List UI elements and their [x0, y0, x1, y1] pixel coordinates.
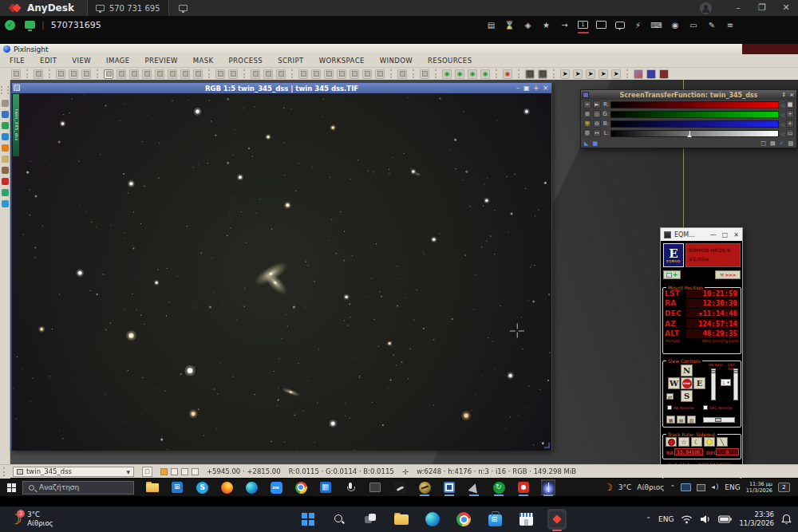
snap-grid-icon[interactable] — [397, 69, 407, 79]
zoom-11-icon[interactable]: ◎ — [593, 110, 601, 118]
start-icon[interactable] — [298, 509, 318, 530]
menu-resources[interactable]: RESOURCES — [428, 57, 472, 65]
slew-stop-button[interactable]: STOP — [681, 377, 693, 389]
reset-range-icon[interactable]: ↔ — [593, 129, 601, 137]
bird-app-icon[interactable] — [393, 479, 407, 495]
remote-search-box[interactable]: Αναζήτηση — [22, 481, 134, 495]
new-monitor-icon[interactable] — [596, 20, 607, 30]
edge-icon[interactable] — [244, 479, 259, 495]
file-explorer-icon[interactable] — [392, 509, 411, 530]
notification-icon[interactable]: 2 — [778, 483, 790, 492]
midtone-marker[interactable] — [689, 131, 690, 136]
view-selector[interactable]: twin_345_dss ▼ — [13, 467, 134, 477]
process-explorer-icon[interactable] — [2, 111, 9, 118]
zoom-icon[interactable] — [269, 479, 283, 495]
eqmod-titlebar[interactable]: EQM... — □ ✕ — [661, 228, 742, 241]
dock-window-icon[interactable] — [298, 69, 308, 79]
image-minimize-icon[interactable]: – — [516, 83, 519, 93]
chrome-icon[interactable] — [294, 479, 308, 495]
local-language[interactable]: ENG — [658, 515, 674, 523]
expand-icon[interactable]: ◁ — [780, 102, 784, 108]
image-zoom-icon[interactable]: + — [534, 83, 539, 93]
remote-weather-condition[interactable]: Αίθριος — [637, 483, 664, 491]
readout-up-icon[interactable]: ➤ — [573, 69, 583, 79]
fullscreen-icon[interactable] — [420, 69, 429, 79]
history-tool-icon[interactable] — [2, 167, 9, 174]
apply-icon[interactable]: ✓ — [780, 140, 784, 147]
chat-icon[interactable] — [614, 20, 626, 30]
stf-edit-icon[interactable]: ◉ — [455, 69, 464, 79]
phd2-icon[interactable] — [467, 479, 481, 495]
firefox-icon[interactable] — [219, 479, 234, 495]
record-app-icon[interactable] — [516, 479, 531, 495]
menu-workspace[interactable]: WORKSPACE — [319, 57, 365, 65]
checkbox-icon[interactable] — [667, 405, 672, 410]
rate-fine-slider[interactable] — [703, 417, 735, 423]
search-icon[interactable] — [330, 509, 349, 530]
image-side-tab[interactable]: twin_345_dss — [13, 94, 19, 156]
expand-icon[interactable]: ◁ — [780, 131, 784, 136]
slew-south-button[interactable]: S — [681, 390, 693, 402]
menu-process[interactable]: PROCESS — [229, 57, 263, 65]
track-dec-value[interactable]: 0 — [716, 448, 739, 455]
orange-tool-icon[interactable] — [2, 144, 9, 152]
capture-frame-icon[interactable] — [442, 479, 456, 495]
app-tray-icon[interactable] — [697, 484, 705, 491]
display-mask-icon[interactable] — [659, 69, 669, 79]
auto-stretch-icon[interactable]: ☢ — [583, 120, 591, 128]
menu-file[interactable]: FILE — [10, 57, 25, 65]
menu-preview[interactable]: PREVIEW — [145, 57, 178, 65]
weather-moon-icon[interactable]: ☽ — [604, 483, 613, 492]
track-lunar-button[interactable]: ☾ — [691, 437, 702, 447]
link-rgb-icon[interactable]: ∞ — [583, 100, 591, 108]
track-custom-button[interactable]: ╲ — [717, 437, 728, 447]
close-button[interactable]: ✕ — [774, 0, 798, 16]
zoom-out-icon[interactable]: ⊖ — [593, 120, 601, 128]
palette-tool-icon[interactable] — [2, 156, 9, 163]
anydesk-tray-icon[interactable] — [681, 483, 691, 491]
swap-buttons-icon[interactable]: ⇄ — [666, 393, 674, 400]
new-session-icon[interactable] — [179, 5, 188, 11]
new-instance-icon[interactable]: ■ — [592, 140, 598, 147]
file-transfer-icon[interactable]: → — [559, 20, 571, 30]
readout-arrow-icon[interactable]: ➤ — [560, 69, 570, 79]
session-overview-icon[interactable]: ▤ — [486, 20, 497, 30]
pan-mode-icon[interactable] — [104, 69, 113, 79]
notification-bell-icon[interactable] — [781, 514, 792, 525]
move-icon[interactable]: + — [786, 110, 794, 118]
menu-view[interactable]: VIEW — [72, 57, 91, 65]
keyboard-icon[interactable]: ⌨ — [651, 20, 662, 30]
slew-north-button[interactable]: N — [681, 365, 693, 376]
close-all-icon[interactable] — [311, 69, 321, 79]
link-views-icon[interactable] — [251, 69, 260, 79]
menu-mask[interactable]: MASK — [193, 57, 214, 65]
remote-language[interactable]: ENG — [725, 483, 740, 491]
view-mode-button[interactable]: ▢ — [142, 467, 152, 477]
track-ra-value[interactable]: 15.04106 — [674, 448, 703, 455]
copy-icon[interactable] — [56, 69, 65, 79]
center-icon[interactable]: + — [786, 120, 794, 128]
track-stop-button[interactable] — [666, 437, 677, 447]
minimize-button[interactable]: – — [726, 0, 750, 16]
whiteboard-icon[interactable]: ✎ — [706, 20, 717, 30]
pad-config-button-1[interactable]: ▦ — [666, 416, 675, 424]
anydesk-icon[interactable] — [547, 509, 567, 530]
menu-window[interactable]: WINDOW — [380, 57, 413, 65]
format-explorer-icon[interactable] — [2, 133, 9, 140]
link-zoom-icon[interactable] — [263, 69, 273, 79]
image-shade-icon[interactable]: ▣ — [523, 83, 530, 93]
stf-close-icon[interactable]: × — [789, 92, 794, 98]
stf-lum-curve[interactable] — [610, 130, 779, 137]
readout-small-icon[interactable]: ➤ — [611, 69, 621, 79]
monitor-tab-icon[interactable]: 1 — [578, 20, 589, 30]
privacy-icon[interactable]: ◉ — [670, 20, 681, 30]
channel-toggle[interactable] — [171, 468, 178, 475]
crop-icon[interactable] — [168, 69, 177, 79]
slew-east-button[interactable]: E — [693, 377, 705, 389]
wifi-icon[interactable] — [681, 514, 693, 524]
volume-icon[interactable] — [711, 484, 719, 491]
stf-auto-icon[interactable]: ◉ — [442, 69, 452, 79]
track-view-icon[interactable]: ◣ — [584, 140, 588, 147]
duplicate-image-icon[interactable] — [34, 69, 43, 79]
stf-titlebar[interactable]: ScreenTransferFunction: twin_345_dss ↕ × — [581, 90, 796, 100]
